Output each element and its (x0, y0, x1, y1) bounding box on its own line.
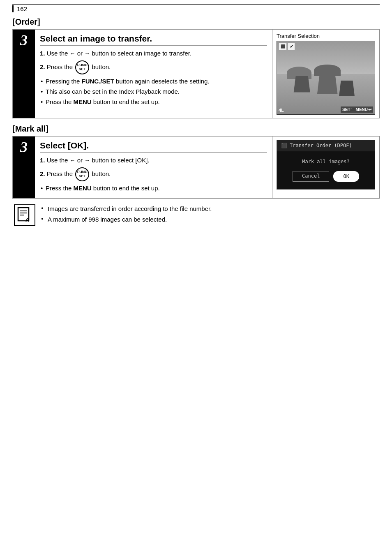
order-bullet-3: Press the MENU button to end the set up. (40, 97, 267, 106)
return-icon: ↩ (368, 107, 371, 112)
mark-all-bullets: Press the MENU button to end the set up. (40, 184, 267, 192)
camera-screen: ⬛ ✓ 4L SET ⬛ MENU ↩ (277, 41, 375, 115)
order-step-side: Transfer Selection ⬛ ✓ 4L SE (272, 30, 379, 118)
order-step-content: Select an image to transfer. 1. Use the … (35, 30, 272, 118)
note-item-2: A maximum of 998 images can be selected. (41, 215, 212, 224)
right-arrow-icon: → (84, 50, 90, 58)
right-arrow-icon-2: → (84, 157, 90, 165)
left-arrow-icon: ← (70, 50, 76, 58)
note-item-1: Images are transferred in order accordin… (41, 204, 212, 213)
beach-scene: ⬛ ✓ 4L SET ⬛ MENU ↩ (277, 41, 375, 114)
screen-bottom-bar: SET ⬛ MENU ↩ (341, 106, 373, 113)
order-step-number: 3 (20, 33, 28, 48)
order-step-title: Select an image to transfer. (40, 34, 267, 46)
order-instruction-2: 2. Press the FUNCSET button. (40, 60, 267, 74)
transfer-icon-2: ⬛ (351, 108, 355, 112)
mark-all-instruction-1: 1. Use the ← or → button to select [OK]. (40, 156, 267, 165)
order-bullets: Pressing the FUNC./SET button again dese… (40, 77, 267, 106)
umbrella-2 (314, 65, 341, 76)
page-number: 162 (12, 5, 27, 12)
order-bullet-2: This also can be set in the Index Playba… (40, 87, 267, 96)
mark-all-step-number-col: 3 (13, 137, 35, 198)
dialog-title-bar: ⬛ Transfer Order (DPOF) (277, 140, 375, 151)
dialog-screen: ⬛ Transfer Order (DPOF) Mark all images?… (277, 140, 375, 190)
func-set-button-1: FUNCSET (75, 60, 89, 74)
transfer-icon: ⬛ (279, 43, 287, 50)
mark-all-step-side: ⬛ Transfer Order (DPOF) Mark all images?… (272, 137, 379, 198)
mark-all-step-content: Select [OK]. 1. Use the ← or → button to… (35, 137, 272, 198)
checkmark-icon: ✓ (288, 43, 295, 50)
screen-overlay-top: ⬛ ✓ (279, 43, 295, 50)
ok-button[interactable]: OK (333, 171, 359, 182)
mark-all-step-number: 3 (20, 140, 28, 155)
mark-all-instruction-2: 2. Press the FUNCSET button. (40, 167, 267, 181)
set-label: SET (342, 107, 350, 112)
menu-label: MENU (356, 107, 368, 112)
note-box: A Images are transferred in order accord… (12, 204, 380, 227)
dialog-title-text: Transfer Order (DPOF) (290, 143, 352, 148)
chair-2 (316, 75, 339, 94)
mark-all-instructions: 1. Use the ← or → button to select [OK].… (40, 156, 267, 181)
mark-all-section-header: [Mark all] (12, 124, 380, 134)
order-section-header: [Order] (12, 17, 380, 27)
note-text-list: Images are transferred in order accordin… (41, 204, 212, 227)
mark-all-step-title: Select [OK]. (40, 141, 267, 153)
screen-bottom-left-label: 4L (279, 108, 284, 113)
order-step-number-col: 3 (13, 30, 35, 118)
dialog-title-icon: ⬛ (281, 143, 287, 148)
order-instruction-1: 1. Use the ← or → button to select an im… (40, 49, 267, 58)
dialog-body: Mark all images? Cancel OK (277, 151, 375, 189)
order-bullet-1: Pressing the FUNC./SET button again dese… (40, 77, 267, 86)
order-instructions: 1. Use the ← or → button to select an im… (40, 49, 267, 74)
mark-all-bordered-section: 3 Select [OK]. 1. Use the ← or → button … (12, 136, 380, 199)
transfer-selection-label: Transfer Selection (277, 33, 320, 39)
mark-all-bullet-1: Press the MENU button to end the set up. (40, 184, 267, 192)
dialog-buttons: Cancel OK (284, 171, 368, 182)
order-bordered-section: 3 Select an image to transfer. 1. Use th… (12, 29, 380, 118)
cancel-button[interactable]: Cancel (293, 171, 329, 182)
func-set-button-2: FUNCSET (75, 167, 89, 181)
dialog-question: Mark all images? (284, 159, 368, 164)
note-icon-svg: A (16, 206, 34, 224)
left-arrow-icon-2: ← (70, 157, 76, 165)
svg-text:A: A (25, 217, 30, 223)
note-icon: A (14, 204, 35, 226)
